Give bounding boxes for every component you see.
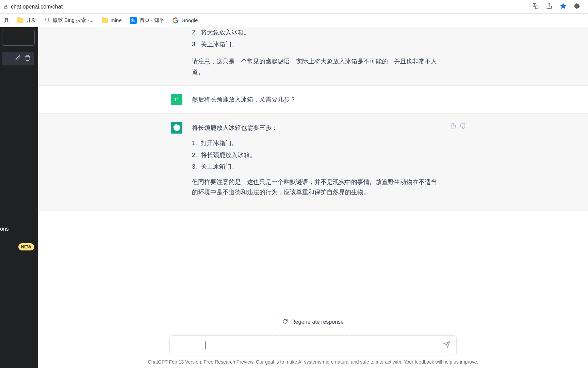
message-text: 请注意，这只是一个常见的幽默谜语，实际上将大象放入冰箱是不可能的，并且也非常不人… — [192, 56, 442, 77]
lock-icon — [3, 4, 9, 9]
zhihu-icon: 知 — [130, 17, 137, 24]
refresh-icon — [282, 319, 288, 325]
bookmark-item[interactable]: mine — [102, 17, 122, 23]
user-avatar: 11 — [171, 94, 182, 105]
bookmark-item[interactable]: 微软 Bing 搜索 -... — [45, 17, 94, 24]
bookmark-item[interactable]: 具 — [4, 17, 9, 24]
list-item: 将大象放入冰箱。 — [199, 27, 442, 38]
sidebar-current-chat[interactable] — [2, 52, 34, 65]
bookmark-item[interactable]: 知 首页 - 知乎 — [130, 17, 164, 24]
version-link[interactable]: ChatGPT Feb 13 Version — [148, 359, 201, 365]
translate-icon[interactable] — [532, 3, 539, 11]
svg-point-3 — [46, 18, 49, 21]
list-item: 将长颈鹿放入冰箱。 — [199, 150, 442, 160]
user-message: 11 然后将长颈鹿放入冰箱，又需要几步？ — [38, 86, 588, 114]
search-icon — [45, 17, 50, 24]
composer: Regenerate response ChatGPT Feb 13 Versi… — [38, 308, 588, 368]
share-icon[interactable] — [546, 3, 553, 11]
regenerate-button[interactable]: Regenerate response — [276, 315, 350, 329]
assistant-message: 将大象放入冰箱。 关上冰箱门。 请注意，这只是一个常见的幽默谜语，实际上将大象放… — [38, 27, 588, 86]
footer-disclaimer: ChatGPT Feb 13 Version. Free Research Pr… — [148, 359, 478, 365]
trash-icon[interactable] — [24, 55, 31, 62]
list-item: 关上冰箱门。 — [199, 39, 442, 50]
main-content: 将大象放入冰箱。 关上冰箱门。 请注意，这只是一个常见的幽默谜语，实际上将大象放… — [38, 27, 588, 368]
new-chat-button[interactable] — [2, 30, 35, 46]
bookmark-item[interactable]: 开发 — [17, 17, 36, 24]
svg-rect-0 — [4, 6, 7, 9]
list-item: 关上冰箱门。 — [199, 162, 442, 172]
folder-icon — [102, 18, 108, 23]
send-icon[interactable] — [443, 341, 450, 349]
thumbs-up-icon[interactable] — [449, 123, 456, 131]
assistant-avatar — [171, 122, 182, 134]
folder-icon — [17, 18, 23, 23]
new-badge: NEW — [18, 243, 34, 250]
sidebar-item[interactable]: NEW — [0, 238, 38, 256]
edit-icon[interactable] — [15, 55, 21, 62]
bookmark-star-icon[interactable] — [559, 2, 567, 11]
message-text: 将长颈鹿放入冰箱也需要三步： — [192, 123, 442, 133]
url-text[interactable]: chat.openai.com/chat — [11, 4, 63, 10]
text-cursor — [205, 341, 206, 349]
thumbs-down-icon[interactable] — [460, 123, 467, 131]
extensions-icon[interactable] — [574, 3, 581, 11]
google-icon — [173, 17, 179, 24]
sidebar: ons NEW — [0, 27, 38, 368]
message-text: 但同样要注意的是，这也只是一个幽默谜语，并不是现实中的事情。放置野生动物在不适当… — [192, 177, 442, 198]
bookmark-item[interactable]: Google — [173, 17, 198, 24]
bookmarks-bar: 具 开发 微软 Bing 搜索 -... mine 知 首页 - 知乎 Goog… — [0, 14, 588, 27]
browser-address-bar: chat.openai.com/chat — [0, 0, 588, 14]
assistant-message: 将长颈鹿放入冰箱也需要三步： 打开冰箱门。 将长颈鹿放入冰箱。 关上冰箱门。 但… — [38, 114, 588, 211]
list-item: 打开冰箱门。 — [199, 138, 442, 149]
sidebar-item[interactable]: ons — [0, 220, 38, 238]
message-input[interactable] — [169, 335, 457, 355]
message-text: 然后将长颈鹿放入冰箱，又需要几步？ — [192, 94, 442, 105]
